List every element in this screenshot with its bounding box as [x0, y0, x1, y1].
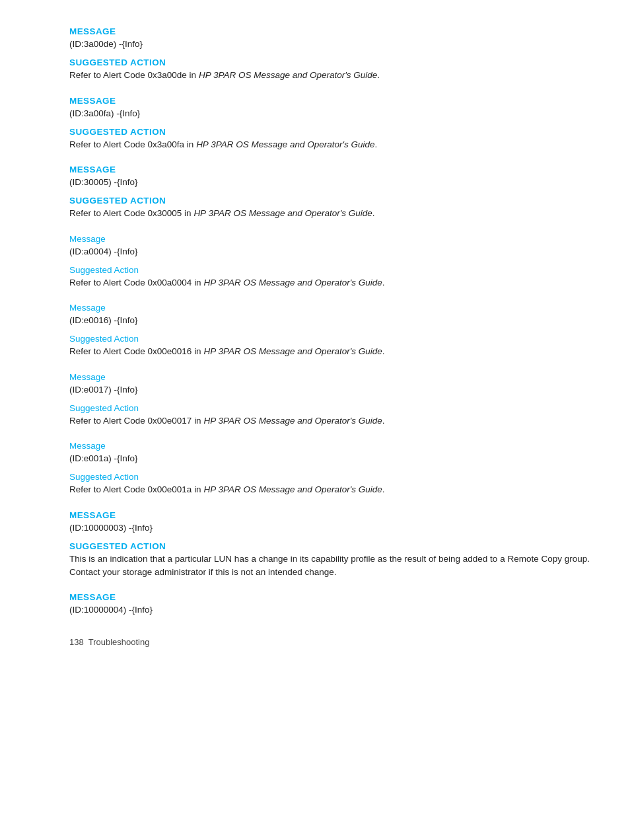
message-label-entry9: MESSAGE	[69, 592, 590, 602]
message-value-entry7: (ID:e001a) -{Info}	[69, 452, 590, 465]
message-label-entry5: Message	[69, 303, 590, 313]
message-value-entry3: (ID:30005) -{Info}	[69, 176, 590, 189]
action-label-entry7: Suggested Action	[69, 472, 590, 482]
action-text-entry7: Refer to Alert Code 0x00e001a in HP 3PAR…	[69, 483, 590, 496]
message-value-entry2: (ID:3a00fa) -{Info}	[69, 107, 590, 120]
action-text-entry8: This is an indication that a particular …	[69, 553, 590, 580]
action-label-entry8: SUGGESTED ACTION	[69, 541, 590, 551]
message-value-entry6: (ID:e0017) -{Info}	[69, 383, 590, 397]
message-value-entry9: (ID:10000004) -{Info}	[69, 603, 590, 617]
footer-page-number: 138	[69, 637, 84, 647]
action-text-entry5: Refer to Alert Code 0x00e0016 in HP 3PAR…	[69, 345, 590, 358]
page-footer: 138 Troubleshooting	[69, 637, 590, 647]
action-text-entry2: Refer to Alert Code 0x3a00fa in HP 3PAR …	[69, 138, 590, 151]
message-value-entry5: (ID:e0016) -{Info}	[69, 314, 590, 327]
action-label-entry4: Suggested Action	[69, 265, 590, 275]
message-value-entry1: (ID:3a00de) -{Info}	[69, 38, 590, 51]
message-value-entry8: (ID:10000003) -{Info}	[69, 521, 590, 535]
footer-section: Troubleshooting	[88, 637, 150, 647]
page-content: MESSAGE(ID:3a00de) -{Info}SUGGESTED ACTI…	[69, 26, 590, 617]
action-label-entry3: SUGGESTED ACTION	[69, 196, 590, 206]
message-value-entry4: (ID:a0004) -{Info}	[69, 245, 590, 258]
action-text-entry1: Refer to Alert Code 0x3a00de in HP 3PAR …	[69, 69, 590, 82]
action-text-entry6: Refer to Alert Code 0x00e0017 in HP 3PAR…	[69, 414, 590, 428]
action-label-entry2: SUGGESTED ACTION	[69, 127, 590, 137]
message-label-entry6: Message	[69, 372, 590, 382]
action-label-entry1: SUGGESTED ACTION	[69, 57, 590, 67]
action-label-entry6: Suggested Action	[69, 403, 590, 413]
message-label-entry7: Message	[69, 441, 590, 451]
message-label-entry1: MESSAGE	[69, 26, 590, 36]
message-label-entry8: MESSAGE	[69, 510, 590, 520]
message-label-entry4: Message	[69, 234, 590, 244]
message-label-entry2: MESSAGE	[69, 96, 590, 106]
message-label-entry3: MESSAGE	[69, 165, 590, 174]
action-label-entry5: Suggested Action	[69, 334, 590, 344]
action-text-entry3: Refer to Alert Code 0x30005 in HP 3PAR O…	[69, 207, 590, 220]
action-text-entry4: Refer to Alert Code 0x00a0004 in HP 3PAR…	[69, 276, 590, 289]
